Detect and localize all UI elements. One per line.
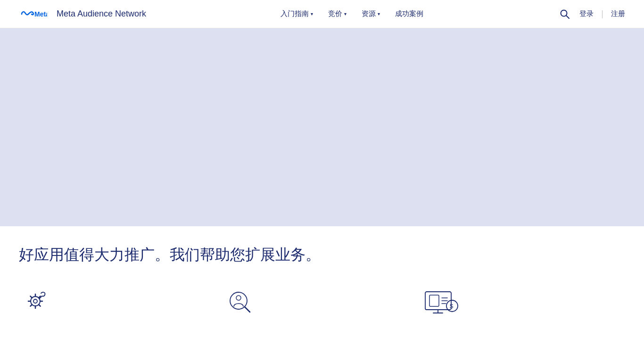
svg-point-4: [33, 299, 37, 303]
chevron-down-icon: ▾: [378, 11, 380, 16]
gear-settings-icon: [19, 284, 57, 317]
header-actions: 登录 | 注册: [558, 7, 625, 21]
nav-item-bidding[interactable]: 竞价 ▾: [322, 6, 352, 22]
monetize-icon: $: [423, 284, 461, 317]
feature-item-1: [19, 284, 221, 317]
section-title: 好应用值得大力推广。我们帮助您扩展业务。: [19, 245, 625, 265]
site-header: Meta Meta Audience Network 入门指南 ▾ 竞价 ▾ 资…: [0, 0, 644, 28]
header-left: Meta Meta Audience Network: [19, 8, 146, 20]
register-button[interactable]: 注册: [611, 9, 625, 18]
svg-line-12: [30, 304, 32, 306]
nav-divider: |: [601, 9, 603, 19]
main-nav: 入门指南 ▾ 竞价 ▾ 资源 ▾ 成功案例: [275, 6, 429, 22]
svg-line-9: [30, 296, 32, 298]
meta-logo[interactable]: Meta: [19, 8, 47, 20]
login-button[interactable]: 登录: [579, 9, 594, 18]
nav-item-success-cases[interactable]: 成功案例: [389, 6, 429, 22]
svg-point-14: [236, 296, 241, 300]
feature-item-3: $: [423, 284, 625, 317]
svg-text:Meta: Meta: [34, 10, 47, 18]
svg-text:$: $: [450, 303, 454, 310]
chevron-down-icon: ▾: [344, 11, 347, 16]
svg-line-10: [39, 304, 41, 306]
search-target-icon: [221, 284, 259, 317]
search-button[interactable]: [558, 7, 572, 21]
svg-line-15: [245, 307, 250, 312]
site-title: Meta Audience Network: [57, 9, 146, 19]
features-row: $: [19, 284, 625, 317]
chevron-down-icon: ▾: [311, 11, 313, 16]
nav-item-resources[interactable]: 资源 ▾: [356, 6, 386, 22]
feature-item-2: [221, 284, 423, 317]
nav-item-getting-started[interactable]: 入门指南 ▾: [275, 6, 319, 22]
svg-line-2: [566, 16, 569, 18]
content-section: 好应用值得大力推广。我们帮助您扩展业务。: [0, 226, 644, 317]
svg-rect-17: [429, 295, 439, 306]
hero-section: [0, 28, 644, 226]
